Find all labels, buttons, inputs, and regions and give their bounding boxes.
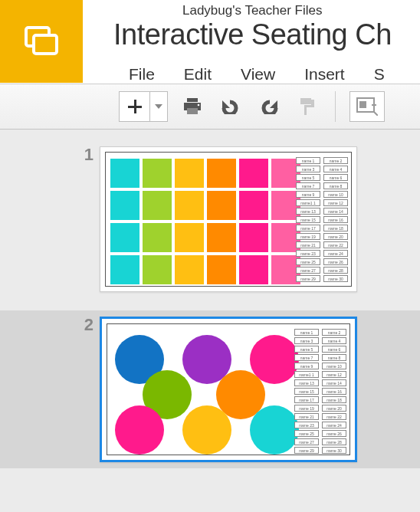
seating-circle	[115, 405, 164, 455]
name-tag: name 21	[296, 241, 320, 248]
name-tag: name 15	[296, 216, 320, 223]
app-brand-tile	[0, 0, 83, 83]
name-tag: name 24	[322, 422, 346, 428]
name-tag: name 22	[322, 413, 346, 420]
seating-square	[110, 159, 139, 188]
name-tag: name 14	[322, 379, 346, 386]
slide-number: 2	[69, 315, 100, 335]
name-tag: name 28	[322, 438, 346, 445]
svg-rect-8	[359, 101, 366, 108]
slides-app-icon	[23, 26, 60, 57]
name-tag: name 25	[294, 430, 319, 437]
name-tag: name 16	[322, 388, 346, 395]
seating-square	[239, 223, 268, 252]
name-tag: name 1	[294, 329, 319, 336]
name-tag: name 20	[322, 405, 346, 412]
name-tag: name 27	[296, 267, 320, 274]
name-tag: name1 1	[294, 371, 319, 378]
name-tag: name 13	[296, 208, 320, 215]
seating-square	[207, 255, 236, 284]
name-tag: name 9	[294, 363, 319, 369]
name-tag: name 19	[296, 233, 320, 240]
menu-file[interactable]: File	[129, 65, 155, 84]
seating-square	[110, 223, 139, 252]
name-tag: name 3	[296, 166, 320, 172]
name-tag: name 29	[294, 447, 319, 454]
name-tag: name 22	[323, 241, 348, 248]
name-tag: name 2	[323, 157, 348, 164]
name-tag: name 12	[322, 371, 346, 378]
name-tag: name 2	[322, 329, 346, 336]
seating-square	[143, 191, 172, 220]
header-subtitle: Ladybug's Teacher Files	[182, 3, 420, 18]
name-tag: name 21	[294, 413, 319, 420]
name-tag: name 23	[294, 422, 319, 428]
name-tag: name 18	[323, 225, 348, 231]
new-slide-button[interactable]	[120, 92, 150, 121]
name-tag: name 7	[294, 354, 319, 361]
slide-2-canvas: name 1name 2name 3name 4name 5name 6name…	[107, 323, 350, 455]
slide-filmstrip: 1 name 1name 2name 3name 4name 5name 6na…	[0, 130, 420, 512]
name-tag: name 5	[294, 346, 319, 353]
menu-insert[interactable]: Insert	[304, 65, 345, 84]
name-tag: name 4	[322, 337, 346, 344]
name-tag: name 9	[296, 191, 320, 198]
name-tag: name 8	[323, 182, 348, 189]
name-tag: name 3	[294, 337, 319, 344]
seating-square	[175, 191, 204, 220]
name-tag: name 23	[296, 250, 320, 257]
seating-square	[175, 223, 204, 252]
name-tag: name 15	[294, 388, 319, 395]
seating-square	[110, 255, 139, 284]
seating-square	[207, 223, 236, 252]
name-tag: name 16	[323, 216, 348, 223]
slide-thumbnail-1[interactable]: name 1name 2name 3name 4name 5name 6name…	[100, 146, 357, 292]
seating-square	[143, 255, 172, 284]
redo-button[interactable]	[255, 93, 283, 120]
name-tag: name 29	[296, 275, 320, 282]
print-button[interactable]	[179, 93, 206, 120]
seating-square	[207, 191, 236, 220]
name-tag: name 27	[294, 438, 319, 445]
name-tag: name 12	[323, 199, 348, 206]
svg-rect-1	[34, 35, 57, 54]
name-tag: name 18	[322, 396, 346, 403]
menu-view[interactable]: View	[241, 65, 275, 84]
slide-thumbnail-2[interactable]: name 1name 2name 3name 4name 5name 6name…	[100, 317, 357, 462]
toolbar-separator	[335, 91, 336, 122]
svg-rect-4	[187, 108, 198, 114]
seating-square	[207, 159, 236, 188]
name-tag: name 13	[294, 379, 319, 386]
svg-point-5	[198, 104, 200, 107]
name-tag: name 25	[296, 258, 320, 265]
seating-square	[239, 255, 268, 284]
seating-circle	[250, 405, 299, 455]
name-tag: name 26	[323, 258, 348, 265]
name-tag: name 6	[323, 174, 348, 181]
document-title[interactable]: Interactive Seating Ch	[113, 18, 420, 51]
seating-square	[143, 159, 172, 188]
svg-rect-2	[187, 98, 198, 102]
name-tag: name 24	[323, 250, 348, 257]
name-tag: name 17	[296, 225, 320, 231]
name-tag: name 26	[322, 430, 346, 437]
zoom-fit-button[interactable]	[349, 91, 385, 122]
name-tag: name1 1	[296, 199, 320, 206]
name-tag: name 17	[294, 396, 319, 403]
name-tag: name 10	[322, 363, 346, 369]
undo-button[interactable]	[217, 93, 244, 120]
new-slide-dropdown[interactable]	[150, 92, 167, 121]
name-tag: name 7	[296, 182, 320, 189]
name-tag: name 19	[294, 405, 319, 412]
name-tag: name 5	[296, 174, 320, 181]
seating-square	[175, 255, 204, 284]
menu-edit[interactable]: Edit	[184, 65, 212, 84]
name-tag: name 1	[296, 157, 320, 164]
menu-slide-partial[interactable]: S	[374, 65, 385, 84]
svg-rect-6	[300, 98, 311, 104]
menu-bar: File Edit View Insert S	[113, 65, 420, 84]
name-tag: name 4	[323, 166, 348, 172]
name-tag: name 6	[322, 346, 346, 353]
paint-format-button[interactable]	[294, 93, 321, 120]
toolbar	[0, 84, 420, 130]
